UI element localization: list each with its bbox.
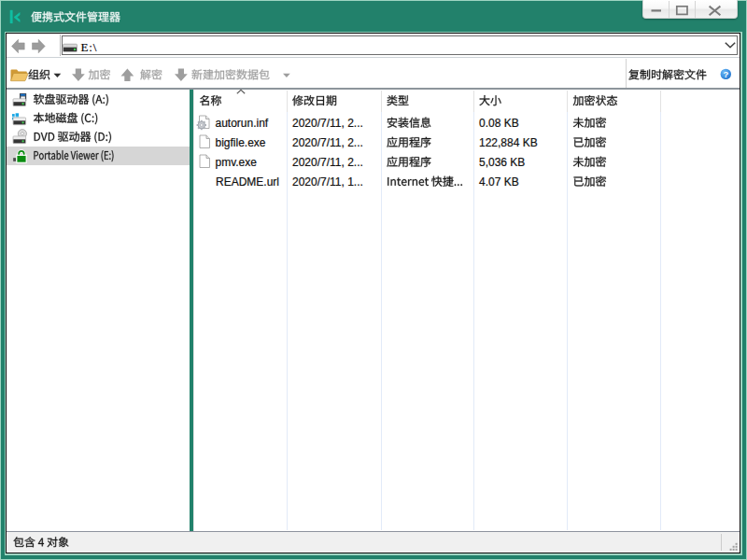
- svg-text:?: ?: [723, 69, 728, 79]
